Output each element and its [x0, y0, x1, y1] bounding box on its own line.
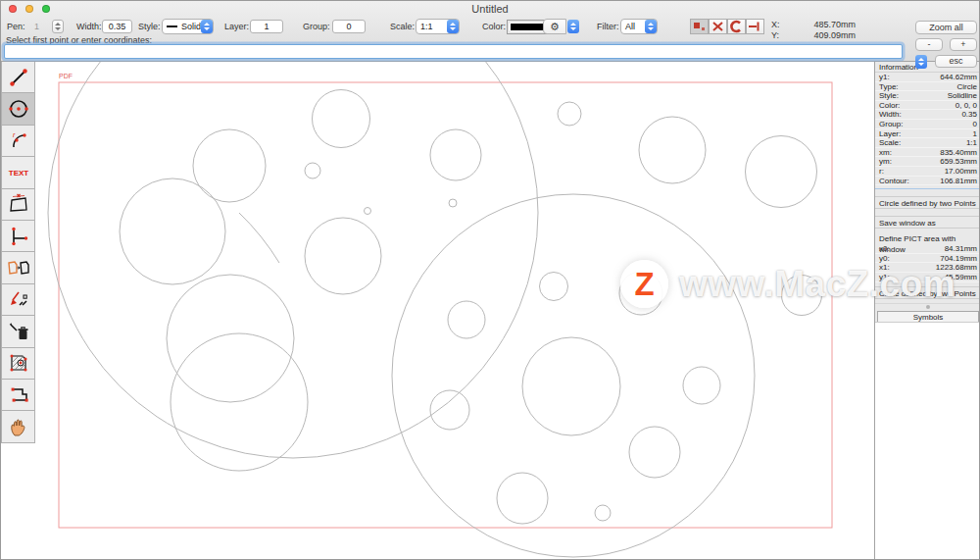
circle-entity[interactable]: [522, 337, 620, 435]
circle-entity[interactable]: [430, 129, 481, 180]
tool-line[interactable]: [1, 61, 35, 93]
esc-button[interactable]: esc: [935, 55, 977, 68]
info-value: 17.00mm: [945, 167, 977, 176]
text-icon: TEXT: [6, 161, 31, 184]
tool-polyline[interactable]: [1, 379, 35, 411]
info-row: Color:0, 0, 0: [875, 101, 980, 111]
tool-dimension[interactable]: [1, 188, 35, 221]
info-value: 659.53mm: [940, 157, 977, 166]
circle-entity[interactable]: [193, 129, 266, 202]
tool-circle[interactable]: [1, 92, 35, 125]
info-row: Layer:1: [875, 129, 980, 139]
tool-modify[interactable]: [1, 283, 35, 316]
tool-text[interactable]: TEXT: [1, 156, 35, 188]
info-label: y1:: [879, 73, 890, 81]
info-panel: Information y1:644.62mmType:CircleStyle:…: [874, 62, 980, 560]
circle-entity[interactable]: [448, 301, 485, 338]
section-circle-two-points-2[interactable]: Circle defined by two Points: [875, 286, 980, 299]
pict-area-title: Define PICT area with window: [875, 233, 980, 244]
circle-entity[interactable]: [392, 194, 755, 557]
canvas-svg[interactable]: PDF: [36, 62, 874, 560]
info-label: Style:: [879, 91, 899, 100]
circle-entity[interactable]: [497, 473, 548, 524]
pen-label: Pen:: [7, 22, 25, 31]
hatch-icon: [7, 351, 30, 375]
circle-entity[interactable]: [540, 273, 568, 301]
arc-icon: r: [7, 128, 30, 152]
circle-entity[interactable]: [313, 90, 370, 148]
circle-entity[interactable]: [305, 218, 381, 294]
section-save-window-as[interactable]: Save window as: [875, 216, 980, 229]
pdf-page-boundary: [59, 82, 832, 528]
info-label: Scale:: [879, 138, 901, 147]
scale-label: Scale:: [390, 22, 415, 31]
scale-dropdown[interactable]: 1:1: [416, 19, 460, 34]
drawing-canvas[interactable]: PDF: [36, 62, 874, 560]
tool-perpendicular[interactable]: [1, 220, 35, 252]
edge-icon: [747, 20, 763, 33]
blue-separator: [875, 188, 980, 189]
y-coord-label: Y:: [771, 30, 779, 40]
symbols-list[interactable]: [875, 322, 980, 560]
info-value: 1: [973, 129, 977, 138]
zoom-in-button[interactable]: +: [950, 38, 977, 51]
circle-entity[interactable]: [430, 390, 469, 430]
info-row: Contour:106.81mm: [875, 177, 980, 186]
layer-field[interactable]: 1: [250, 20, 283, 33]
width-field[interactable]: 0.35: [102, 20, 132, 33]
close-button[interactable]: [9, 5, 17, 13]
arc-entity[interactable]: [239, 213, 279, 263]
circle-entity[interactable]: [619, 272, 662, 315]
info-value: Solidline: [948, 91, 977, 100]
group-field[interactable]: 0: [332, 20, 366, 33]
snap-arc-toggle[interactable]: [727, 19, 746, 34]
circle-entity[interactable]: [120, 178, 225, 284]
zoom-button[interactable]: [42, 5, 50, 13]
pen-stepper[interactable]: [52, 20, 64, 33]
window-title: Untitled: [1, 1, 979, 17]
command-input[interactable]: [4, 44, 903, 59]
info-row: Type:Circle: [875, 82, 980, 92]
symbols-header[interactable]: Symbols: [877, 311, 979, 323]
circle-entity[interactable]: [558, 102, 581, 126]
delete-trash-icon: [7, 320, 30, 343]
zoom-out-button[interactable]: -: [915, 38, 943, 51]
tool-delete[interactable]: [1, 315, 35, 347]
command-stepper[interactable]: [915, 55, 927, 69]
tool-hatch[interactable]: [1, 347, 35, 380]
circle-entity[interactable]: [782, 276, 822, 316]
tool-arc[interactable]: r: [1, 125, 35, 157]
tool-pan[interactable]: [1, 410, 35, 442]
info-value: 0: [973, 120, 977, 128]
circle-entity[interactable]: [365, 208, 371, 215]
panel-splitter[interactable]: [875, 303, 980, 310]
filter-dropdown[interactable]: All: [620, 19, 658, 34]
circle-entity[interactable]: [629, 427, 680, 478]
circle-entity[interactable]: [746, 136, 817, 208]
filter-stepper-icon: [645, 20, 657, 33]
circle-entity[interactable]: [305, 163, 320, 178]
circle-entity[interactable]: [595, 505, 611, 521]
snap-edge-toggle[interactable]: [746, 19, 764, 34]
circle-entity[interactable]: [683, 367, 720, 404]
circle-entity[interactable]: [449, 199, 457, 207]
gear-stepper[interactable]: [567, 20, 579, 33]
gear-icon[interactable]: ⚙: [543, 19, 566, 34]
zoom-all-button[interactable]: Zoom all: [915, 21, 977, 34]
circle-entity[interactable]: [639, 117, 706, 183]
minimize-button[interactable]: [25, 5, 33, 13]
pdf-label: PDF: [59, 73, 73, 79]
pict-label: y0:: [879, 254, 890, 263]
snap-cross-toggle[interactable]: [709, 19, 727, 34]
info-value: 0.35: [961, 110, 977, 119]
circle-entity[interactable]: [167, 275, 294, 402]
pict-label: y1:: [879, 273, 890, 281]
style-dropdown[interactable]: Solid: [162, 19, 214, 34]
pict-row: y0:704.19mm: [875, 254, 980, 264]
circle-entity[interactable]: [171, 333, 308, 471]
section-circle-two-points[interactable]: Circle defined by two Points: [875, 196, 980, 209]
snap-point-toggle[interactable]: [690, 19, 709, 34]
tool-copy[interactable]: [1, 251, 35, 283]
circle-entity[interactable]: [48, 62, 538, 458]
info-label: Width:: [879, 110, 902, 119]
